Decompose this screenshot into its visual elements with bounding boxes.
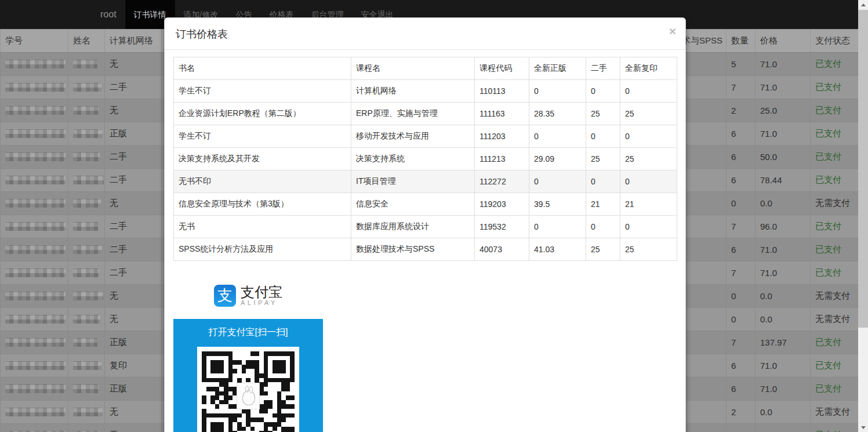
price-cell: 111203 <box>475 125 529 148</box>
price-row: 无书数据库应用系统设计119532000 <box>174 216 677 238</box>
modal-header: 订书价格表 × <box>165 18 685 50</box>
student-cell: 7 <box>727 215 756 238</box>
price-cell: 25 <box>586 238 620 261</box>
redacted-student-name <box>73 384 99 393</box>
student-cell: 5 <box>727 424 756 432</box>
alipay-brand-cn: 支付宝 <box>241 285 282 299</box>
price-cell: 0 <box>620 170 677 193</box>
student-cell: 7 <box>727 262 756 285</box>
price-cell: 119203 <box>475 193 529 216</box>
price-cell: 计算机网络 <box>351 80 475 103</box>
price-cell: 0 <box>586 80 620 103</box>
nav-brand[interactable]: root <box>92 0 125 29</box>
students-column-header: 价格 <box>756 30 811 53</box>
redacted-student-id <box>5 222 66 231</box>
price-cell: 39.5 <box>529 193 586 216</box>
students-column-header: 计算机网络 <box>105 30 162 53</box>
student-cell <box>1 238 68 262</box>
student-cell <box>68 76 105 99</box>
payment-status: 无需支付 <box>811 285 860 308</box>
price-cell: 0 <box>586 170 620 193</box>
student-cell: 5 <box>727 53 756 76</box>
student-cell: 正版 <box>105 331 162 354</box>
payment-status: 已支付 <box>811 424 860 432</box>
student-cell <box>1 192 68 215</box>
price-cell: 数据库应用系统设计 <box>351 216 475 238</box>
price-cell: 0 <box>586 125 620 148</box>
alipay-logo: 支 支付宝 ALIPAY <box>173 284 323 307</box>
price-cell: 111163 <box>475 103 529 125</box>
student-cell: 复印 <box>105 354 162 377</box>
price-column-header: 书名 <box>174 57 351 80</box>
price-table: 书名课程名课程代码全新正版二手全新复印 学生不订计算机网络110113000企业… <box>173 57 677 261</box>
student-cell: 6 <box>727 169 756 192</box>
scrollbar-down-arrow-icon[interactable] <box>858 422 868 432</box>
student-cell: 0.0 <box>756 285 811 308</box>
redacted-student-id <box>5 83 66 92</box>
price-row: 无书不印IT项目管理112272000 <box>174 170 677 193</box>
student-cell <box>68 354 105 377</box>
payment-status: 无需支付 <box>811 308 860 331</box>
page-root: { "navbar": { "brand": "root", "items": … <box>0 0 868 432</box>
payment-status: 已支付 <box>811 354 860 377</box>
payment-status: 已支付 <box>811 169 860 192</box>
redacted-student-id <box>5 384 66 393</box>
scrollbar-thumb[interactable] <box>858 10 868 328</box>
student-cell <box>1 215 68 238</box>
price-cell: 0 <box>620 216 677 238</box>
price-cell: 数据处理技术与SPSS <box>351 238 475 261</box>
student-cell: 71.0 <box>756 53 811 76</box>
student-cell <box>68 285 105 308</box>
student-cell: 71.0 <box>756 262 811 285</box>
student-cell <box>68 331 105 354</box>
payment-status: 无需支付 <box>811 401 860 424</box>
student-cell: 71.0 <box>756 377 811 401</box>
redacted-student-name <box>73 408 103 416</box>
price-cell: 29.09 <box>529 148 586 170</box>
price-cell: 28.35 <box>529 103 586 125</box>
price-row: SPSS统计分析方法及应用数据处理技术与SPSS4007341.032525 <box>174 238 677 261</box>
redacted-student-name <box>73 129 103 138</box>
redacted-student-name <box>73 222 98 231</box>
redacted-student-name <box>73 60 97 68</box>
student-cell: 二手 <box>105 238 162 262</box>
student-cell: 无 <box>105 308 162 331</box>
student-cell: 0 <box>727 192 756 215</box>
redacted-student-name <box>73 338 97 347</box>
students-column-header: 支付状态 <box>811 30 860 53</box>
student-cell: 二手 <box>105 146 162 169</box>
price-cell: 25 <box>620 148 677 170</box>
student-cell: 71.0 <box>756 354 811 377</box>
student-cell <box>1 53 68 76</box>
price-row: 企业资源计划ERP教程（第二版）ERP原理、实施与管理11116328.3525… <box>174 103 677 125</box>
student-cell: 无 <box>105 99 162 122</box>
student-cell <box>1 285 68 308</box>
student-cell: 6 <box>727 377 756 401</box>
price-cell: 25 <box>620 238 677 261</box>
redacted-student-id <box>5 129 66 138</box>
price-cell: 0 <box>586 216 620 238</box>
alipay-qr-panel <box>197 347 299 432</box>
scrollbar-up-arrow-icon[interactable] <box>858 0 868 10</box>
student-cell <box>68 215 105 238</box>
price-cell: 信息安全原理与技术（第3版） <box>174 193 351 216</box>
redacted-student-name <box>73 268 99 277</box>
redacted-student-name <box>73 245 102 254</box>
student-cell: 正版 <box>105 377 162 401</box>
redacted-student-name <box>73 199 101 208</box>
student-cell: 0 <box>727 308 756 331</box>
student-cell: 71.0 <box>756 122 811 146</box>
redacted-student-id <box>5 338 66 347</box>
student-cell: 7 <box>727 331 756 354</box>
price-cell: 0 <box>529 125 586 148</box>
student-cell: 无 <box>105 424 162 432</box>
student-cell <box>1 146 68 169</box>
redacted-student-name <box>73 83 101 92</box>
alipay-wordmark: 支付宝 ALIPAY <box>241 285 282 307</box>
redacted-student-name <box>73 176 104 184</box>
redacted-student-id <box>5 199 66 208</box>
redacted-student-id <box>5 315 66 324</box>
redacted-student-name <box>73 361 101 370</box>
student-cell: 二手 <box>105 262 162 285</box>
modal-close-button[interactable]: × <box>669 25 676 37</box>
